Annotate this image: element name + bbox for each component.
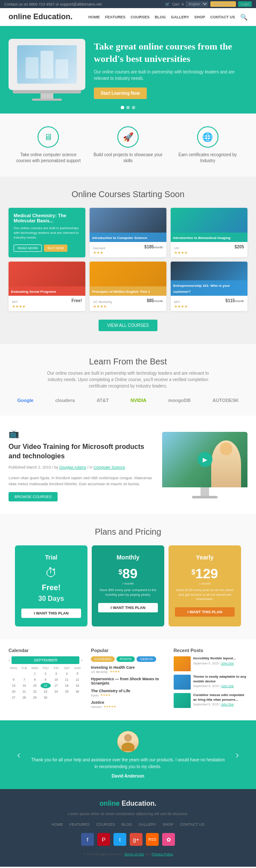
testimonial-next-arrow[interactable]: › <box>236 749 239 761</box>
calendar-prev-button[interactable]: ‹ <box>9 658 10 663</box>
cal-day[interactable]: 18 <box>62 683 72 688</box>
cal-day[interactable]: 17 <box>51 683 61 688</box>
social-googleplus[interactable]: g+ <box>130 833 143 846</box>
yearly-save-text: Save $128 every year on all our plans an… <box>175 588 235 601</box>
popular-item-title-4: Justice <box>91 700 165 705</box>
footer-link-home[interactable]: HOME <box>52 822 63 827</box>
nav-home[interactable]: HOME <box>88 15 100 19</box>
cal-day[interactable]: 2 <box>41 671 51 676</box>
popular-item-title-3: The Chemistry of Life <box>91 689 165 693</box>
cal-day[interactable]: 12 <box>72 677 82 682</box>
video-author[interactable]: Douglas Adams <box>59 465 86 469</box>
nav-shop[interactable]: SHOP <box>194 15 205 19</box>
course-info-1: Harvard $185/month ★★★ <box>90 242 166 257</box>
cal-day[interactable]: 28 <box>19 695 29 700</box>
monthly-name: Monthly <box>98 554 158 561</box>
cal-day[interactable]: 1 <box>30 671 40 676</box>
logo-text: online Education. <box>9 12 73 21</box>
search-icon[interactable]: 🔍 <box>240 14 247 20</box>
partner-mongodb: mongoDB <box>168 398 191 403</box>
cal-day[interactable]: 21 <box>19 689 29 694</box>
cal-day[interactable]: 10 <box>51 677 61 682</box>
tab-courses[interactable]: COURSES <box>91 656 115 662</box>
testimonial-prev-arrow[interactable]: ‹ <box>17 749 20 761</box>
cal-day[interactable]: 19 <box>72 683 82 688</box>
course-card-5: Entrepreneurship 101: Who is your custom… <box>171 262 247 311</box>
cal-day[interactable]: 7 <box>19 677 29 682</box>
nav-gallery[interactable]: GALLERY <box>171 15 189 19</box>
social-facebook[interactable]: f <box>81 833 94 846</box>
nav-blog[interactable]: BLOG <box>154 15 166 19</box>
footer-link-gallery[interactable]: GALLERY <box>139 822 156 827</box>
footer-link-shop[interactable]: SHOP <box>163 822 174 827</box>
cal-day[interactable]: 27 <box>9 695 19 700</box>
pricing-yearly-card: Yearly $129 / month Save $128 every year… <box>169 545 241 626</box>
browse-courses-button[interactable]: BROWSE COURSES <box>9 492 58 501</box>
buy-now-button[interactable]: BUY NOW <box>44 245 67 252</box>
cal-day[interactable]: 15 <box>30 683 40 688</box>
social-pinterest[interactable]: P <box>97 833 110 846</box>
language-select[interactable]: English <box>186 1 208 7</box>
course-uni-2: UG <box>174 246 179 250</box>
social-dribbble[interactable]: ✿ <box>162 833 175 846</box>
nav-contact[interactable]: CONTACT US <box>210 15 235 19</box>
popular-item-title-2: Hypersonics — from Shock Waves to Scramj… <box>91 677 165 685</box>
register-button[interactable]: Register Now <box>210 1 236 7</box>
trial-cta-button[interactable]: I WANT THIS PLAN <box>21 609 81 618</box>
terms-link[interactable]: Terms of Use <box>124 852 144 856</box>
video-category[interactable]: Computer Science <box>93 465 125 469</box>
monthly-cta-button[interactable]: I WANT THIS PLAN <box>98 603 158 612</box>
footer-link-blog[interactable]: BLOG <box>122 822 132 827</box>
tab-videos[interactable]: VIDEOS <box>137 656 156 662</box>
courses-grid: Medical Chemistry: The Molecular Basis..… <box>9 208 247 311</box>
hero-cta-button[interactable]: Start Learning Now <box>94 87 147 99</box>
cal-day[interactable]: 23 <box>41 689 51 694</box>
view-all-container: VIEW ALL COURSES <box>9 320 247 331</box>
calendar-next-button[interactable]: › <box>81 658 82 663</box>
cal-day[interactable]: 9 <box>41 677 51 682</box>
pricing-monthly-card: Monthly $89 / month Save $56 every year … <box>92 545 164 626</box>
footer-link-features[interactable]: FEATURES <box>70 822 90 827</box>
read-more-button[interactable]: READ MORE <box>14 245 42 252</box>
cal-day[interactable]: 13 <box>9 683 19 688</box>
footer-link-contact[interactable]: CONTACT US <box>180 822 205 827</box>
nav-courses[interactable]: COURSES <box>131 15 150 19</box>
cal-day-today[interactable]: 16 <box>41 683 51 688</box>
hero-dot-3[interactable] <box>132 106 135 109</box>
cal-day[interactable]: 25 <box>62 689 72 694</box>
cal-day[interactable]: 30 <box>41 695 51 700</box>
cal-day[interactable]: 11 <box>62 677 72 682</box>
cal-day[interactable]: 20 <box>9 689 19 694</box>
hero-dot-1[interactable] <box>121 106 124 109</box>
cal-day[interactable]: 5 <box>72 671 82 676</box>
course-info-3: MIT Free! ★★★★ <box>9 296 85 311</box>
nav-features[interactable]: FEATURES <box>105 15 125 19</box>
tab-posts[interactable]: POSTS <box>116 656 135 662</box>
privacy-link[interactable]: Privacy Policy <box>152 852 173 856</box>
post-item-2: Theme is easily adaptable to any mobile … <box>174 675 247 690</box>
feature-1: 🖥 Take online computer science courses w… <box>9 126 88 164</box>
social-twitter[interactable]: t <box>113 833 126 846</box>
footer-link-courses[interactable]: COURSES <box>96 822 115 827</box>
yearly-cta-button[interactable]: I WANT THIS PLAN <box>175 607 235 617</box>
post-thumb-3 <box>174 693 191 708</box>
course-price-1: $185/month <box>144 245 163 249</box>
cal-day <box>62 695 72 700</box>
cal-day[interactable]: 14 <box>19 683 29 688</box>
course-img-5: Entrepreneurship 101: Who is your custom… <box>171 262 247 296</box>
yearly-period: / month <box>175 582 235 585</box>
hero-dot-2[interactable] <box>126 106 130 109</box>
cal-day[interactable]: 24 <box>51 689 61 694</box>
cal-day[interactable]: 29 <box>30 695 40 700</box>
play-button[interactable]: ▶ <box>198 452 212 467</box>
cal-day[interactable]: 6 <box>9 677 19 682</box>
post-title-2: Theme is easily adaptable to any mobile … <box>193 675 247 684</box>
cal-day[interactable]: 3 <box>51 671 61 676</box>
social-rss[interactable]: RSS <box>146 833 159 846</box>
cal-day[interactable]: 8 <box>30 677 40 682</box>
view-all-button[interactable]: VIEW ALL COURSES <box>99 320 157 331</box>
cal-day[interactable]: 4 <box>62 671 72 676</box>
cal-day[interactable]: 22 <box>30 689 40 694</box>
cal-day[interactable]: 26 <box>72 689 82 694</box>
login-button[interactable]: Login <box>238 1 252 7</box>
